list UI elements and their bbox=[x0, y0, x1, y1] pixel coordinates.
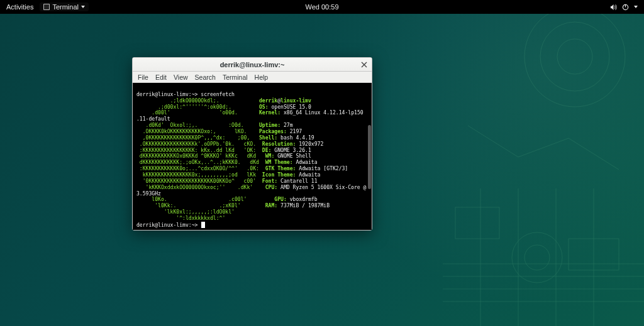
close-icon bbox=[361, 62, 367, 68]
svg-point-1 bbox=[540, 22, 609, 91]
ascii-line: 'l0Kk:. .;xK0l' bbox=[136, 202, 241, 209]
info-label: Uptime: bbox=[259, 122, 280, 128]
info-value: 2197 bbox=[290, 128, 303, 134]
ascii-line: :KKKKKKKKKKKKKKKKK: kKx..dd lKd 'OK: bbox=[136, 147, 256, 153]
power-icon bbox=[622, 4, 629, 11]
ascii-line: .OKKKK0kOKKKKKKKKKKOxo:, lKO. bbox=[136, 128, 247, 134]
info-label: Icon Theme: bbox=[262, 171, 296, 178]
info-host: linux-limv bbox=[280, 97, 311, 104]
info-value: GNOME Shell bbox=[277, 153, 311, 159]
ascii-line: .;d00xl:^''''''^:ok00d;. bbox=[136, 104, 231, 110]
info-label: CPU: bbox=[265, 184, 278, 190]
chevron-down-icon bbox=[81, 6, 85, 8]
info-label: WM: bbox=[265, 153, 275, 159]
scrollbar-thumb[interactable] bbox=[368, 125, 371, 189]
info-value: 27m bbox=[284, 122, 293, 128]
svg-point-14 bbox=[525, 245, 550, 270]
info-label: WM Theme: bbox=[265, 159, 293, 165]
ascii-line: .OKKKKKKKKKKKKKKKKk'.oOPPb.'0k. cKO. bbox=[136, 141, 256, 147]
ascii-line: 'kKKKOxddxkOO00000Okxoc;'' .dKk' bbox=[136, 184, 253, 190]
info-value: vboxdrmfb bbox=[290, 196, 318, 202]
info-label: RAM: bbox=[265, 202, 278, 209]
info-value: bash 4.4.19 bbox=[280, 134, 314, 141]
info-user: derrik bbox=[259, 97, 277, 104]
prompt-path: ~> bbox=[192, 91, 198, 97]
prompt-host: derrik@linux-limv: bbox=[136, 222, 192, 228]
ascii-line: 'lkK0xl:;,,,,,;:ldO0kl' bbox=[136, 209, 235, 215]
info-label: OS: bbox=[259, 104, 269, 110]
status-area[interactable] bbox=[610, 4, 638, 11]
ascii-line: ,0KKKKKKKKKKKKKKK0P^,,,^dx: ;00, bbox=[136, 134, 250, 141]
terminal-cursor bbox=[201, 222, 205, 228]
terminal-window: derrik@linux-limv:~ File Edit View Searc… bbox=[132, 57, 372, 231]
menu-view[interactable]: View bbox=[174, 73, 188, 81]
info-value: 737MiB / 1987MiB bbox=[280, 202, 330, 209]
ascii-line: .d00l' 'o00d. bbox=[136, 109, 238, 116]
prompt-command: screenfetch bbox=[201, 91, 235, 97]
prompt-host: derrik@linux-limv: bbox=[136, 91, 192, 97]
app-menu-button[interactable]: Terminal bbox=[40, 3, 89, 11]
ascii-line: '0KKKKKKKKKKKKKKKKKKKKK00KKOo^ c00' bbox=[136, 178, 256, 184]
info-value: Adwaita bbox=[299, 171, 320, 178]
svg-rect-16 bbox=[44, 4, 49, 9]
info-label: Packages: bbox=[259, 128, 287, 134]
info-label: Resolution: bbox=[262, 141, 296, 147]
ascii-line: '^:ldxkkkkxdl:^' bbox=[136, 215, 225, 221]
ascii-line: :KKKKKKKKKKKK0o;...^cdxxOK0O/^^' .0K: bbox=[136, 165, 259, 171]
info-value: AMD Ryzen 5 1600X Six-Core @ bbox=[280, 184, 366, 190]
info-label: Kernel: bbox=[259, 109, 280, 116]
info-value: 1920x972 bbox=[299, 141, 323, 147]
app-menu-label: Terminal bbox=[52, 3, 79, 11]
ascii-line: .d0Kd' Okxol:;,. :O0d. bbox=[136, 122, 244, 128]
menubar: File Edit View Search Terminal Help bbox=[133, 72, 372, 83]
svg-point-2 bbox=[557, 39, 592, 74]
clock[interactable]: Wed 00:59 bbox=[305, 3, 338, 11]
menu-file[interactable]: File bbox=[138, 73, 148, 81]
window-title: derrik@linux-limv:~ bbox=[220, 61, 285, 68]
info-label: GPU: bbox=[274, 196, 287, 202]
ascii-line: .;ldkO0000Okdl;. bbox=[136, 97, 219, 104]
ascii-line: dKKKKKKKKKKKK;.;oOKx,..^..;kKKK0. dKd bbox=[136, 159, 259, 165]
menu-terminal[interactable]: Terminal bbox=[223, 73, 248, 81]
info-value: GNOME 3.26.1 bbox=[274, 147, 311, 153]
window-titlebar[interactable]: derrik@linux-limv:~ bbox=[133, 58, 372, 72]
info-label: GTK Theme: bbox=[265, 165, 296, 171]
menu-edit[interactable]: Edit bbox=[155, 73, 167, 81]
menu-help[interactable]: Help bbox=[255, 73, 269, 81]
svg-point-0 bbox=[525, 6, 625, 107]
terminal-output[interactable]: derrik@linux-limv:~> screenfetch .;ldkO0… bbox=[133, 83, 372, 230]
scrollbar[interactable] bbox=[367, 85, 371, 227]
info-label: Font: bbox=[262, 178, 277, 184]
info-overflow: .11-default bbox=[136, 116, 170, 122]
menu-search[interactable]: Search bbox=[195, 73, 216, 81]
info-label: Shell: bbox=[259, 134, 277, 141]
prompt-path: ~> bbox=[192, 222, 198, 228]
activities-button[interactable]: Activities bbox=[6, 3, 33, 11]
chevron-down-icon bbox=[634, 6, 638, 8]
info-value: openSUSE 15.0 bbox=[271, 104, 311, 110]
info-overflow: 3.593GHz bbox=[136, 190, 161, 197]
close-button[interactable] bbox=[360, 60, 369, 69]
terminal-icon bbox=[43, 4, 50, 10]
volume-icon bbox=[610, 4, 617, 11]
info-value: Cantarell 11 bbox=[280, 178, 317, 184]
info-value: x86_64 Linux 4.12.14-lp150 bbox=[284, 109, 364, 116]
info-value: Adwaita [GTK2/3] bbox=[299, 165, 348, 171]
ascii-line: dKKKKKKKKKKKOx0KKKd ^0KKKO' kKKc dKd bbox=[136, 153, 256, 159]
info-value: Adwaita bbox=[296, 159, 317, 165]
ascii-line: kKKKKKKKKKKKKKKK0x;,,,,,,,,,;od lKk bbox=[136, 171, 256, 178]
svg-rect-11 bbox=[455, 207, 499, 239]
info-label: DE: bbox=[262, 147, 272, 153]
ascii-line: l0Ko. .c00l' bbox=[136, 196, 247, 202]
svg-rect-12 bbox=[569, 239, 619, 270]
svg-point-13 bbox=[512, 232, 562, 283]
gnome-topbar: Activities Terminal Wed 00:59 bbox=[0, 0, 644, 14]
wallpaper-blueprint bbox=[443, 0, 644, 326]
